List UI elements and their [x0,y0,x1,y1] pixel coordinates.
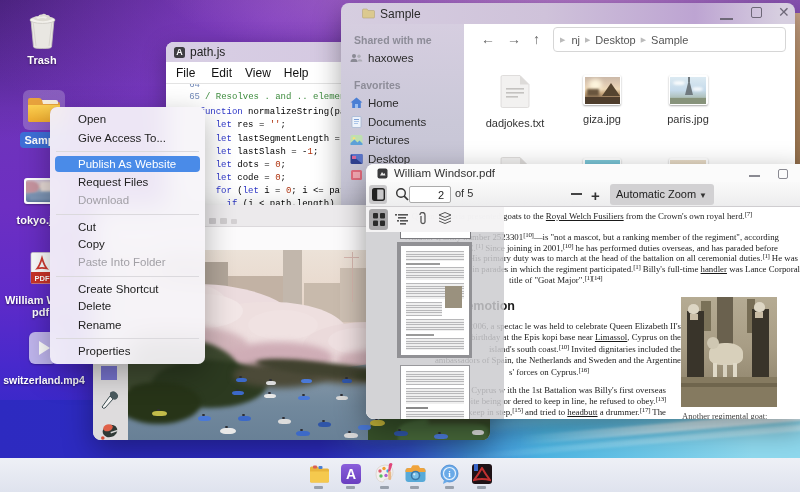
svg-text:PDF: PDF [35,274,50,283]
